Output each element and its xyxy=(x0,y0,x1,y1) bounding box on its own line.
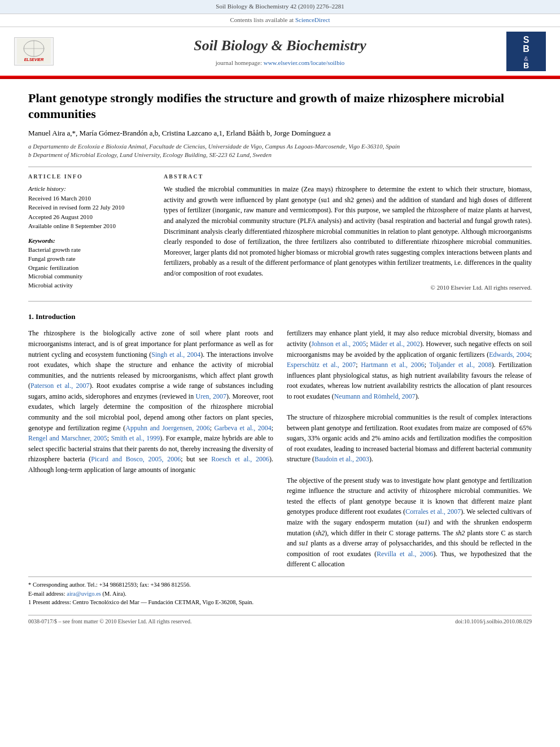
keywords-label: Keywords: xyxy=(28,237,152,246)
affil-b: b Department of Microbial Ecology, Lund … xyxy=(28,151,532,159)
accepted-date: Accepted 26 August 2010 xyxy=(28,212,152,222)
article-info-col: ARTICLE INFO Article history: Received 1… xyxy=(28,173,152,292)
footnote-1: * Corresponding author. Tel.: +34 986812… xyxy=(28,580,532,589)
article-title: Plant genotype strongly modifies the str… xyxy=(28,90,532,123)
intro-heading-text: 1. Introduction xyxy=(28,312,76,321)
footer-issn: 0038-0717/$ – see front matter © 2010 El… xyxy=(28,618,191,626)
journal-logo-area: S B & B xyxy=(504,32,549,71)
intro-body-columns: The rhizosphere is the biologically acti… xyxy=(28,328,532,570)
footer-doi: doi:10.1016/j.soilbio.2010.08.029 xyxy=(455,618,532,626)
ref-smith-1999[interactable]: Smith et al., 1999 xyxy=(111,434,160,442)
footer-bar: 0038-0717/$ – see front matter © 2010 El… xyxy=(28,615,532,626)
ref-baudoin-2003[interactable]: Baudoin et al., 2003 xyxy=(314,455,369,463)
main-content: Plant genotype strongly modifies the str… xyxy=(0,79,560,637)
journal-title-area: Soil Biology & Biochemistry journal home… xyxy=(62,35,498,68)
available-date: Available online 8 September 2010 xyxy=(28,221,152,231)
footnote-email: E-mail address: aira@uvigo.es (M. Aira). xyxy=(28,589,532,599)
journal-logo-box: S B & B xyxy=(506,32,546,71)
keyword-3: Organic fertilization xyxy=(28,264,152,273)
affiliations: a Departamento de Ecoloxía e Bioloxía An… xyxy=(28,142,532,160)
intro-right-col: fertilizers may enhance plant yield, it … xyxy=(287,328,532,570)
intro-heading: 1. Introduction xyxy=(28,312,532,322)
body-divider xyxy=(28,301,532,302)
ref-rengel-2005[interactable]: Rengel and Marschner, 2005 xyxy=(28,434,107,442)
svg-text:B: B xyxy=(523,61,529,70)
affil-a: a Departamento de Ecoloxía e Bioloxía An… xyxy=(28,142,532,151)
received-date: Received 16 March 2010 xyxy=(28,194,152,203)
authors-text: Manuel Aira a,*, María Gómez-Brandón a,b… xyxy=(28,129,331,137)
intro-section: 1. Introduction The rhizosphere is the b… xyxy=(28,312,532,570)
homepage-link[interactable]: www.elsevier.com/locate/soilbio xyxy=(264,59,344,66)
intro-left-text: The rhizosphere is the biologically acti… xyxy=(28,328,273,475)
journal-ref-bar: Soil Biology & Biochemistry 42 (2010) 22… xyxy=(0,0,560,14)
abstract-label: ABSTRACT xyxy=(164,173,532,181)
copyright-line: © 2010 Elsevier Ltd. All rights reserved… xyxy=(164,283,532,292)
elsevier-logo-image: ELSEVIER xyxy=(14,37,54,65)
article-info-label: ARTICLE INFO xyxy=(28,173,152,181)
email-link[interactable]: aira@uvigo.es xyxy=(67,591,101,597)
history-label: Article history: xyxy=(28,184,152,194)
svg-text:B: B xyxy=(523,44,530,54)
ref-singh-2004[interactable]: Singh et al., 2004 xyxy=(151,351,200,359)
intro-right-text: fertilizers may enhance plant yield, it … xyxy=(287,328,532,570)
ref-esperschutz-2007[interactable]: Esperschütz et al., 2007 xyxy=(287,361,356,369)
footnote-2: 1 Present address: Centro Tecnolóxico de… xyxy=(28,598,532,607)
ref-mader-2002[interactable]: Mäder et al., 2002 xyxy=(370,340,420,348)
abstract-text: We studied the microbial communities in … xyxy=(164,184,532,278)
ref-toljander-2008[interactable]: Toljander et al., 2008 xyxy=(429,361,491,369)
email-name: (M. Aira). xyxy=(103,591,126,597)
abstract-col: ABSTRACT We studied the microbial commun… xyxy=(164,173,532,292)
ref-johnson-2005[interactable]: Johnson et al., 2005 xyxy=(311,340,366,348)
ref-corrales-2007[interactable]: Corrales et al., 2007 xyxy=(405,508,461,516)
ref-edwards-2004[interactable]: Edwards, 2004 xyxy=(489,351,530,359)
article-history: Article history: Received 16 March 2010 … xyxy=(28,184,152,231)
abstract-content: We studied the microbial communities in … xyxy=(164,185,532,277)
section-divider xyxy=(28,167,532,167)
ref-revilla-2006[interactable]: Revilla et al., 2006 xyxy=(377,550,433,558)
elsevier-logo-area: ELSEVIER xyxy=(11,37,56,65)
homepage-label: journal homepage: xyxy=(216,59,262,66)
ref-roesch-2006[interactable]: Roesch et al., 2006 xyxy=(211,455,269,463)
intro-left-col: The rhizosphere is the biologically acti… xyxy=(28,328,273,570)
info-abstract-section: ARTICLE INFO Article history: Received 1… xyxy=(28,173,532,292)
footnotes-area: * Corresponding author. Tel.: +34 986812… xyxy=(28,576,532,607)
ref-garbeva-2004[interactable]: Garbeva et al., 2004 xyxy=(214,424,271,432)
email-label: E-mail address: xyxy=(28,591,65,597)
contents-bar: Contents lists available at ScienceDirec… xyxy=(0,14,560,27)
keyword-5: Microbial activity xyxy=(28,281,152,290)
keyword-1: Bacterial growth rate xyxy=(28,246,152,255)
ref-neumann-2007[interactable]: Neumann and Römheld, 2007 xyxy=(334,392,415,400)
journal-ref-text: Soil Biology & Biochemistry 42 (2010) 22… xyxy=(216,3,344,10)
journal-homepage: journal homepage: www.elsevier.com/locat… xyxy=(62,59,498,68)
ref-picard-2005[interactable]: Picard and Bosco, 2005, 2006 xyxy=(91,455,181,463)
revised-date: Received in revised form 22 July 2010 xyxy=(28,203,152,212)
svg-text:ELSEVIER: ELSEVIER xyxy=(24,58,44,62)
authors: Manuel Aira a,*, María Gómez-Brandón a,b… xyxy=(28,128,532,139)
keywords-block: Keywords: Bacterial growth rate Fungal g… xyxy=(28,237,152,291)
journal-title: Soil Biology & Biochemistry xyxy=(62,35,498,56)
keyword-2: Fungal growth rate xyxy=(28,255,152,264)
sciencedirect-link[interactable]: ScienceDirect xyxy=(295,16,330,23)
journal-header: ELSEVIER Soil Biology & Biochemistry jou… xyxy=(0,27,560,77)
ref-uren-2007[interactable]: Uren, 2007 xyxy=(196,392,226,400)
ref-paterson-2007[interactable]: Paterson et al., 2007 xyxy=(30,382,89,390)
svg-text:S: S xyxy=(523,35,530,45)
contents-text: Contents lists available at xyxy=(230,16,294,23)
ref-appuhn-2006[interactable]: Appuhn and Joergensen, 2006 xyxy=(125,424,209,432)
ref-hartmann-2006[interactable]: Hartmann et al., 2006 xyxy=(361,361,424,369)
keyword-4: Microbial community xyxy=(28,272,152,281)
